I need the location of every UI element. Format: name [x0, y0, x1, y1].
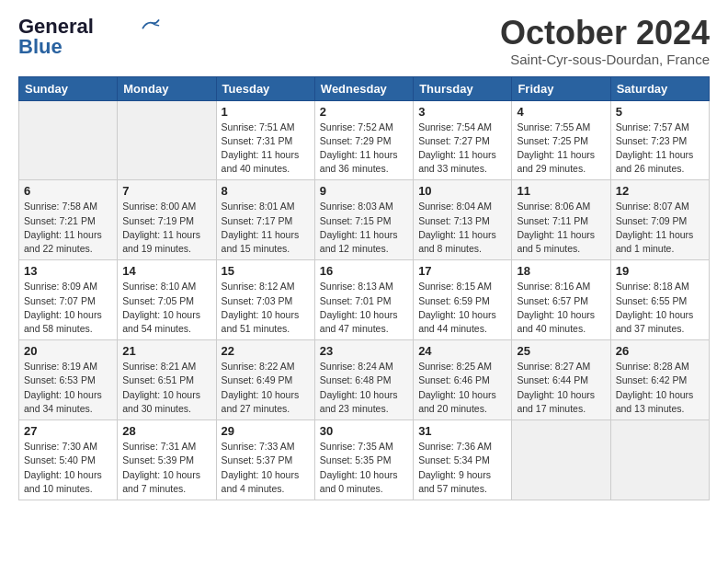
- day-number: 24: [418, 344, 506, 358]
- calendar-cell: 6Sunrise: 7:58 AM Sunset: 7:21 PM Daylig…: [19, 180, 118, 260]
- day-number: 27: [24, 424, 112, 438]
- day-info: Sunrise: 7:52 AM Sunset: 7:29 PM Dayligh…: [320, 121, 408, 177]
- day-number: 15: [222, 264, 310, 278]
- calendar-cell: 26Sunrise: 8:28 AM Sunset: 6:42 PM Dayli…: [610, 340, 709, 420]
- calendar-cell: [610, 420, 709, 500]
- day-number: 4: [517, 105, 605, 119]
- calendar-cell: 12Sunrise: 8:07 AM Sunset: 7:09 PM Dayli…: [610, 180, 709, 260]
- day-info: Sunrise: 7:58 AM Sunset: 7:21 PM Dayligh…: [24, 200, 112, 256]
- calendar-cell: 22Sunrise: 8:22 AM Sunset: 6:49 PM Dayli…: [216, 340, 314, 420]
- day-info: Sunrise: 7:51 AM Sunset: 7:31 PM Dayligh…: [222, 121, 310, 177]
- calendar-cell: 24Sunrise: 8:25 AM Sunset: 6:46 PM Dayli…: [414, 340, 512, 420]
- day-info: Sunrise: 8:01 AM Sunset: 7:17 PM Dayligh…: [222, 200, 310, 256]
- day-number: 13: [24, 264, 112, 278]
- calendar-cell: 27Sunrise: 7:30 AM Sunset: 5:40 PM Dayli…: [19, 420, 118, 500]
- calendar-cell: 23Sunrise: 8:24 AM Sunset: 6:48 PM Dayli…: [314, 340, 413, 420]
- calendar-cell: 18Sunrise: 8:16 AM Sunset: 6:57 PM Dayli…: [512, 260, 610, 340]
- day-number: 31: [418, 424, 506, 438]
- calendar-cell: 21Sunrise: 8:21 AM Sunset: 6:51 PM Dayli…: [118, 340, 216, 420]
- day-info: Sunrise: 7:33 AM Sunset: 5:37 PM Dayligh…: [222, 440, 310, 496]
- day-info: Sunrise: 8:28 AM Sunset: 6:42 PM Dayligh…: [616, 360, 704, 416]
- calendar-cell: 17Sunrise: 8:15 AM Sunset: 6:59 PM Dayli…: [414, 260, 512, 340]
- calendar-cell: 29Sunrise: 7:33 AM Sunset: 5:37 PM Dayli…: [216, 420, 314, 500]
- day-info: Sunrise: 8:18 AM Sunset: 6:55 PM Dayligh…: [616, 280, 704, 336]
- day-number: 30: [320, 424, 408, 438]
- day-number: 9: [320, 184, 408, 198]
- subtitle: Saint-Cyr-sous-Dourdan, France: [500, 52, 710, 67]
- calendar-cell: 20Sunrise: 8:19 AM Sunset: 6:53 PM Dayli…: [19, 340, 118, 420]
- day-number: 1: [222, 105, 310, 119]
- calendar-week-row: 6Sunrise: 7:58 AM Sunset: 7:21 PM Daylig…: [19, 180, 710, 260]
- calendar-cell: 15Sunrise: 8:12 AM Sunset: 7:03 PM Dayli…: [216, 260, 314, 340]
- logo-blue: Blue: [18, 35, 63, 59]
- day-number: 6: [24, 184, 112, 198]
- calendar-cell: 5Sunrise: 7:57 AM Sunset: 7:23 PM Daylig…: [610, 100, 709, 180]
- calendar-cell: 3Sunrise: 7:54 AM Sunset: 7:27 PM Daylig…: [414, 100, 512, 180]
- day-info: Sunrise: 7:55 AM Sunset: 7:25 PM Dayligh…: [517, 121, 605, 177]
- day-number: 29: [222, 424, 310, 438]
- day-info: Sunrise: 7:30 AM Sunset: 5:40 PM Dayligh…: [24, 440, 112, 496]
- day-number: 10: [418, 184, 506, 198]
- day-info: Sunrise: 8:04 AM Sunset: 7:13 PM Dayligh…: [418, 200, 506, 256]
- day-number: 11: [517, 184, 605, 198]
- day-number: 28: [122, 424, 210, 438]
- calendar-week-row: 20Sunrise: 8:19 AM Sunset: 6:53 PM Dayli…: [19, 340, 710, 420]
- weekday-header-monday: Monday: [118, 76, 216, 100]
- day-info: Sunrise: 8:13 AM Sunset: 7:01 PM Dayligh…: [320, 280, 408, 336]
- calendar-cell: 2Sunrise: 7:52 AM Sunset: 7:29 PM Daylig…: [314, 100, 413, 180]
- day-number: 21: [122, 344, 210, 358]
- day-number: 18: [517, 264, 605, 278]
- weekday-header-saturday: Saturday: [610, 76, 709, 100]
- day-info: Sunrise: 8:15 AM Sunset: 6:59 PM Dayligh…: [418, 280, 506, 336]
- calendar-cell: 30Sunrise: 7:35 AM Sunset: 5:35 PM Dayli…: [314, 420, 413, 500]
- logo-bird-icon: [142, 18, 160, 31]
- calendar-week-row: 27Sunrise: 7:30 AM Sunset: 5:40 PM Dayli…: [19, 420, 710, 500]
- day-number: 25: [517, 344, 605, 358]
- page-header: General Blue October 2024 Saint-Cyr-sous…: [18, 15, 710, 67]
- day-number: 3: [418, 105, 506, 119]
- weekday-header-thursday: Thursday: [414, 76, 512, 100]
- calendar-cell: 14Sunrise: 8:10 AM Sunset: 7:05 PM Dayli…: [118, 260, 216, 340]
- day-info: Sunrise: 7:54 AM Sunset: 7:27 PM Dayligh…: [418, 121, 506, 177]
- day-info: Sunrise: 8:19 AM Sunset: 6:53 PM Dayligh…: [24, 360, 112, 416]
- day-info: Sunrise: 8:09 AM Sunset: 7:07 PM Dayligh…: [24, 280, 112, 336]
- calendar-cell: 31Sunrise: 7:36 AM Sunset: 5:34 PM Dayli…: [414, 420, 512, 500]
- calendar-cell: 4Sunrise: 7:55 AM Sunset: 7:25 PM Daylig…: [512, 100, 610, 180]
- day-info: Sunrise: 7:57 AM Sunset: 7:23 PM Dayligh…: [616, 121, 704, 177]
- weekday-header-friday: Friday: [512, 76, 610, 100]
- day-info: Sunrise: 7:31 AM Sunset: 5:39 PM Dayligh…: [122, 440, 210, 496]
- calendar-cell: 13Sunrise: 8:09 AM Sunset: 7:07 PM Dayli…: [19, 260, 118, 340]
- day-info: Sunrise: 8:10 AM Sunset: 7:05 PM Dayligh…: [122, 280, 210, 336]
- day-number: 8: [222, 184, 310, 198]
- calendar-week-row: 1Sunrise: 7:51 AM Sunset: 7:31 PM Daylig…: [19, 100, 710, 180]
- calendar-cell: 8Sunrise: 8:01 AM Sunset: 7:17 PM Daylig…: [216, 180, 314, 260]
- title-block: October 2024 Saint-Cyr-sous-Dourdan, Fra…: [500, 15, 710, 67]
- day-info: Sunrise: 8:07 AM Sunset: 7:09 PM Dayligh…: [616, 200, 704, 256]
- day-info: Sunrise: 8:12 AM Sunset: 7:03 PM Dayligh…: [222, 280, 310, 336]
- calendar-cell: 25Sunrise: 8:27 AM Sunset: 6:44 PM Dayli…: [512, 340, 610, 420]
- calendar-cell: 11Sunrise: 8:06 AM Sunset: 7:11 PM Dayli…: [512, 180, 610, 260]
- calendar-cell: 10Sunrise: 8:04 AM Sunset: 7:13 PM Dayli…: [414, 180, 512, 260]
- calendar-table: SundayMondayTuesdayWednesdayThursdayFrid…: [18, 76, 710, 500]
- day-number: 7: [122, 184, 210, 198]
- day-number: 2: [320, 105, 408, 119]
- logo: General Blue: [18, 15, 160, 59]
- day-number: 17: [418, 264, 506, 278]
- day-number: 20: [24, 344, 112, 358]
- weekday-header-tuesday: Tuesday: [216, 76, 314, 100]
- day-info: Sunrise: 7:35 AM Sunset: 5:35 PM Dayligh…: [320, 440, 408, 496]
- day-number: 19: [616, 264, 704, 278]
- day-number: 14: [122, 264, 210, 278]
- day-info: Sunrise: 8:22 AM Sunset: 6:49 PM Dayligh…: [222, 360, 310, 416]
- month-title: October 2024: [500, 15, 710, 52]
- day-number: 5: [616, 105, 704, 119]
- day-number: 22: [222, 344, 310, 358]
- day-number: 12: [616, 184, 704, 198]
- calendar-cell: [512, 420, 610, 500]
- calendar-cell: [19, 100, 118, 180]
- day-info: Sunrise: 8:27 AM Sunset: 6:44 PM Dayligh…: [517, 360, 605, 416]
- calendar-cell: 16Sunrise: 8:13 AM Sunset: 7:01 PM Dayli…: [314, 260, 413, 340]
- day-number: 23: [320, 344, 408, 358]
- day-info: Sunrise: 8:06 AM Sunset: 7:11 PM Dayligh…: [517, 200, 605, 256]
- calendar-cell: 19Sunrise: 8:18 AM Sunset: 6:55 PM Dayli…: [610, 260, 709, 340]
